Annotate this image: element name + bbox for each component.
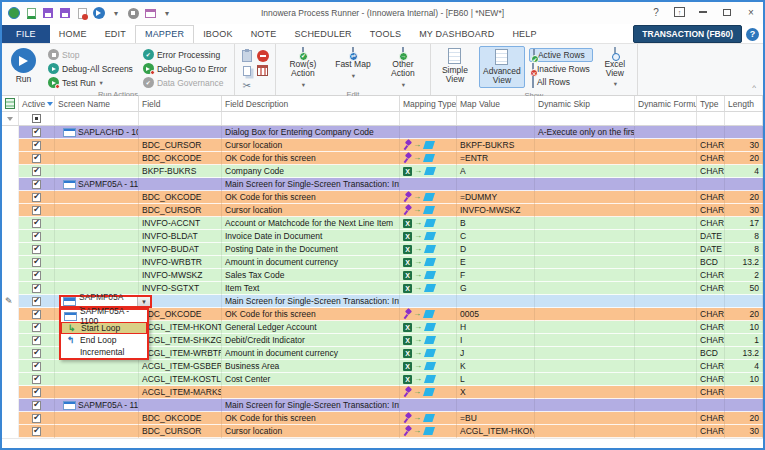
cell-length[interactable]: 50 bbox=[725, 282, 763, 295]
cell-value[interactable]: D bbox=[457, 243, 535, 256]
cell-length[interactable]: 4 bbox=[725, 165, 763, 178]
active-checkbox[interactable]: ✔ bbox=[32, 258, 41, 267]
cell-field[interactable]: ACGL_ITEM-MARKSP(02) bbox=[139, 386, 222, 399]
cell-active[interactable]: ✔ bbox=[19, 243, 55, 256]
cell-field[interactable]: INVFO-SGTXT bbox=[139, 282, 222, 295]
cell-skip[interactable]: A-Execute only on the first call bbox=[535, 126, 635, 139]
active-checkbox[interactable]: ✔ bbox=[32, 297, 41, 306]
cell-formula[interactable] bbox=[635, 217, 697, 230]
cell-desc[interactable]: Cursor location bbox=[222, 425, 400, 438]
cell-ind[interactable] bbox=[2, 347, 19, 360]
cell-ind[interactable] bbox=[2, 360, 19, 373]
grid-row[interactable]: ✔BDC_OKCODEOK Code for this screen→=BUCH… bbox=[2, 412, 765, 425]
cell-maptype[interactable]: X→ bbox=[400, 347, 457, 360]
filter-cell-ind[interactable] bbox=[2, 112, 19, 125]
cell-desc[interactable] bbox=[222, 386, 400, 399]
grid-header-length[interactable]: Length bbox=[725, 96, 763, 111]
grid-row[interactable]: ✔BDC_CURSORCursor location→INVFO-MWSKZCH… bbox=[2, 204, 765, 217]
cell-type[interactable]: CHAR bbox=[697, 373, 725, 386]
cell-ind[interactable] bbox=[2, 165, 19, 178]
cell-screen[interactable] bbox=[55, 256, 139, 269]
cell-screen[interactable] bbox=[55, 204, 139, 217]
grid-row[interactable]: ✔ACGL_ITEM-MARKSP(02)→XCHAR bbox=[2, 386, 765, 399]
cell-active[interactable]: ✔ bbox=[19, 152, 55, 165]
close-button[interactable]: × bbox=[745, 6, 757, 18]
cell-type[interactable]: CHAR bbox=[697, 165, 725, 178]
grid-header-maptype[interactable]: Mapping Type bbox=[400, 96, 457, 111]
grid-row[interactable]: ✔SAPMF05A - 1100Main Screen for Single-S… bbox=[2, 399, 765, 412]
all-rows-button[interactable]: All Rows bbox=[529, 76, 593, 88]
cell-skip[interactable] bbox=[535, 139, 635, 152]
cell-maptype[interactable] bbox=[400, 399, 457, 412]
cell-type[interactable]: CHAR bbox=[697, 412, 725, 425]
cell-formula[interactable] bbox=[635, 204, 697, 217]
cell-field[interactable]: BDC_OKCODE bbox=[139, 191, 222, 204]
cell-desc[interactable]: Invoice Date in Document bbox=[222, 230, 400, 243]
cell-screen[interactable] bbox=[55, 373, 139, 386]
tab-ibook[interactable]: IBOOK bbox=[194, 26, 242, 43]
cell-screen[interactable]: SAPMF05A - 1100 bbox=[55, 399, 139, 412]
cell-maptype[interactable]: → bbox=[400, 191, 457, 204]
cell-field[interactable]: ACGL_ITEM-KOSTL(02) bbox=[139, 373, 222, 386]
cell-ind[interactable] bbox=[2, 308, 19, 321]
cell-type[interactable]: DATE bbox=[697, 230, 725, 243]
cell-screen[interactable]: SAPMF05A - 1100 bbox=[55, 178, 139, 191]
cell-length[interactable] bbox=[725, 126, 763, 139]
cell-length[interactable]: 8 bbox=[725, 243, 763, 256]
cell-value[interactable] bbox=[457, 399, 535, 412]
cell-active[interactable]: ✔ bbox=[19, 230, 55, 243]
cell-maptype[interactable]: → bbox=[400, 204, 457, 217]
cell-ind[interactable] bbox=[2, 321, 19, 334]
cell-skip[interactable] bbox=[535, 256, 635, 269]
test-run-button[interactable]: Test Run ▾ bbox=[45, 76, 136, 89]
cell-value[interactable]: INVFO-MWSKZ bbox=[457, 204, 535, 217]
save-as-icon[interactable] bbox=[60, 8, 70, 18]
active-checkbox[interactable]: ✔ bbox=[32, 180, 41, 189]
cell-desc[interactable]: OK Code for this screen bbox=[222, 152, 400, 165]
cell-field[interactable]: INVFO-WRBTR bbox=[139, 256, 222, 269]
grid-row[interactable]: ✔SAPMF05A - 1100Main Screen for Single-S… bbox=[2, 178, 765, 191]
cell-formula[interactable] bbox=[635, 425, 697, 438]
cell-value[interactable]: E bbox=[457, 256, 535, 269]
cell-field[interactable]: ACGL_ITEM-WRBTR(02) bbox=[139, 347, 222, 360]
cell-formula[interactable] bbox=[635, 126, 697, 139]
cell-field[interactable]: ACGL_ITEM-GSBER(02) bbox=[139, 360, 222, 373]
cell-ind[interactable] bbox=[2, 191, 19, 204]
tab-my-dashboard[interactable]: MY DASHBOARD bbox=[410, 26, 503, 43]
cell-value[interactable] bbox=[457, 126, 535, 139]
cell-value[interactable]: X bbox=[457, 386, 535, 399]
tab-scheduler[interactable]: SCHEDULER bbox=[285, 26, 360, 43]
grid-row[interactable]: ✔BDC_OKCODEOK Code for this screen→=ENTR… bbox=[2, 152, 765, 165]
cell-length[interactable]: 30 bbox=[725, 204, 763, 217]
filter-cell-length[interactable] bbox=[725, 112, 763, 125]
cell-maptype[interactable]: X→ bbox=[400, 373, 457, 386]
cell-length[interactable] bbox=[725, 295, 763, 308]
cell-maptype[interactable]: → bbox=[400, 308, 457, 321]
cell-active[interactable]: ✔ bbox=[19, 217, 55, 230]
cell-active[interactable]: ✔ bbox=[19, 126, 55, 139]
error-processing-button[interactable]: ✔ Error Processing bbox=[140, 48, 230, 61]
cell-desc[interactable]: General Ledger Account bbox=[222, 321, 400, 334]
cell-active[interactable]: ✔ bbox=[19, 334, 55, 347]
cell-desc[interactable]: Cursor location bbox=[222, 204, 400, 217]
cell-desc[interactable]: OK Code for this screen bbox=[222, 191, 400, 204]
cell-value[interactable]: H bbox=[457, 321, 535, 334]
grid-row[interactable]: ✔INVFO-ACCNTAccount or Matchcode for the… bbox=[2, 217, 765, 230]
cell-field[interactable]: BDC_CURSOR bbox=[139, 425, 222, 438]
filter-cell-value[interactable] bbox=[457, 112, 535, 125]
cell-skip[interactable] bbox=[535, 412, 635, 425]
cell-field[interactable]: BKPF-BUKRS bbox=[139, 165, 222, 178]
cell-desc[interactable]: Cost Center bbox=[222, 373, 400, 386]
cell-formula[interactable] bbox=[635, 191, 697, 204]
excel-view-button[interactable]: Excel View ▾ bbox=[597, 46, 633, 90]
grid-header-desc[interactable]: Field Description bbox=[222, 96, 400, 111]
cell-skip[interactable] bbox=[535, 334, 635, 347]
quick-run-icon[interactable] bbox=[93, 7, 105, 19]
cell-formula[interactable] bbox=[635, 152, 697, 165]
active-checkbox[interactable]: ✔ bbox=[32, 323, 41, 332]
cell-field[interactable]: BDC_OKCODE bbox=[139, 152, 222, 165]
dropdown-item-incremental[interactable]: Incremental bbox=[61, 346, 147, 358]
cell-skip[interactable] bbox=[535, 269, 635, 282]
cell-formula[interactable] bbox=[635, 308, 697, 321]
save-icon[interactable] bbox=[43, 8, 53, 18]
